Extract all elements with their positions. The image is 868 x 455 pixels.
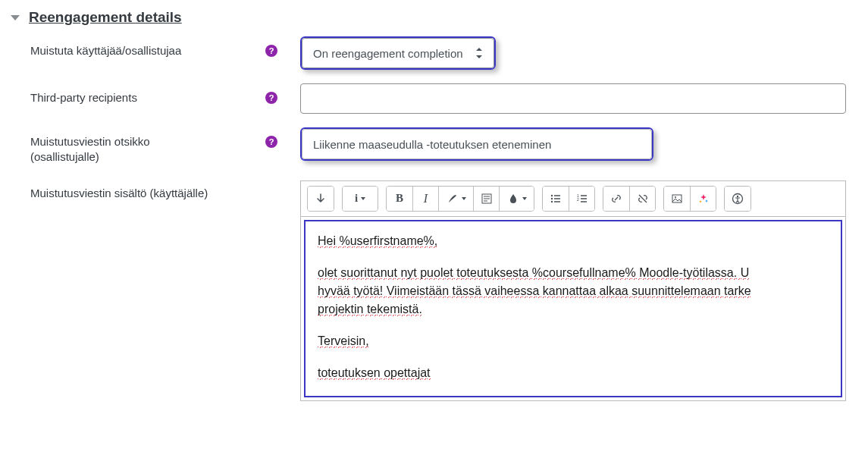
brush-icon [447, 193, 459, 205]
highlight-editor-content: Hei %userfirstname%, olet suorittanut ny… [304, 220, 842, 397]
numbered-list-icon: 12 [576, 193, 588, 205]
help-icon[interactable]: ? [265, 136, 277, 148]
paragraph-format-button[interactable] [473, 187, 499, 211]
label-third-party: Third-party recipients [30, 90, 258, 105]
help-icon[interactable]: ? [265, 45, 277, 57]
expand-arrow-icon [315, 193, 327, 205]
text-color-button[interactable] [438, 187, 473, 211]
dropdown-caret-icon [462, 197, 466, 200]
droplet-icon [507, 193, 519, 205]
link-icon [610, 193, 622, 205]
link-button[interactable] [603, 187, 629, 211]
help-icon[interactable]: ? [265, 92, 277, 104]
sort-carets-icon [475, 49, 483, 58]
image-button[interactable] [664, 187, 690, 211]
svg-point-7 [675, 196, 676, 198]
section-header[interactable]: Reengagement details [11, 9, 868, 26]
expand-toolbar-button[interactable] [308, 187, 334, 211]
row-third-party: Third-party recipients ? [11, 83, 868, 114]
svg-text:2: 2 [577, 197, 579, 202]
accessibility-button[interactable] [725, 187, 750, 211]
sparkle-icon [697, 193, 710, 205]
editor-content[interactable]: Hei %userfirstname%, olet suorittanut ny… [306, 221, 841, 396]
unlink-icon [637, 193, 649, 205]
bold-button[interactable]: B [387, 187, 412, 211]
editor-toolbar: i B I [301, 181, 845, 217]
unlink-button[interactable] [629, 187, 655, 211]
accessibility-icon [732, 193, 744, 205]
dropdown-caret-icon [361, 197, 365, 200]
label-subject: Muistutusviestin otsikko (osallistujalle… [30, 134, 258, 165]
svg-point-2 [551, 197, 553, 199]
remind-select-value: On reengagement completion [313, 47, 463, 60]
media-button[interactable] [690, 187, 716, 211]
background-color-button[interactable] [499, 187, 534, 211]
row-remind: Muistuta käyttäjää/osallistujaa ? On ree… [11, 36, 868, 70]
third-party-input[interactable] [300, 83, 846, 114]
remind-select[interactable]: On reengagement completion [302, 38, 494, 68]
label-remind: Muistuta käyttäjää/osallistujaa [30, 43, 258, 58]
numbered-list-button[interactable]: 12 [569, 187, 594, 211]
svg-point-9 [737, 195, 738, 196]
row-subject: Muistutusviestin otsikko (osallistujalle… [11, 127, 868, 165]
svg-point-3 [551, 200, 553, 202]
svg-rect-6 [672, 195, 682, 202]
image-icon [671, 193, 683, 205]
bullet-list-button[interactable] [543, 187, 569, 211]
highlight-subject [300, 127, 653, 161]
svg-point-1 [551, 194, 553, 196]
row-body: Muistutusviestin sisältö (käyttäjälle) i… [11, 179, 868, 401]
paragraph-icon [481, 193, 493, 205]
label-body: Muistutusviestin sisältö (käyttäjälle) [30, 186, 258, 201]
collapse-caret-icon [11, 15, 20, 20]
dropdown-caret-icon [522, 197, 527, 200]
section-title: Reengagement details [29, 9, 182, 26]
richtext-editor: i B I [300, 180, 846, 401]
subject-input[interactable] [302, 129, 652, 159]
italic-button[interactable]: I [412, 187, 438, 211]
bullet-list-icon [550, 193, 562, 205]
paragraph-style-button[interactable]: i [343, 187, 378, 211]
highlight-remind-select: On reengagement completion [300, 36, 496, 70]
